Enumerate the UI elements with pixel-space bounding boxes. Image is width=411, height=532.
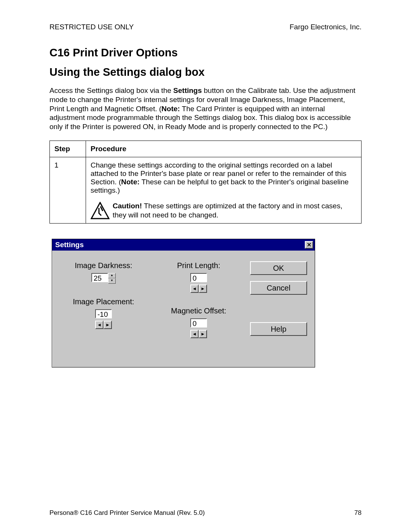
- cancel-button[interactable]: Cancel: [250, 281, 307, 295]
- magnetic-offset-left[interactable]: ◄: [190, 330, 199, 338]
- proc-note-bold: Note:: [121, 178, 140, 186]
- caution-icon: [91, 202, 110, 219]
- col-header-procedure: Procedure: [86, 141, 362, 157]
- ok-button[interactable]: OK: [250, 261, 307, 275]
- image-darkness-input[interactable]: 25: [91, 273, 108, 282]
- caution-bold: Caution!: [113, 202, 142, 210]
- image-placement-right[interactable]: ►: [104, 321, 112, 329]
- magnetic-offset-right[interactable]: ►: [199, 330, 207, 338]
- header-left: RESTRICTED USE ONLY: [49, 23, 134, 31]
- heading-1: C16 Print Driver Options: [49, 46, 362, 59]
- print-length-label: Print Length:: [155, 261, 242, 270]
- caution-text: These settings are optimized at the fact…: [113, 202, 342, 219]
- svg-marker-0: [91, 203, 109, 219]
- intro-note-bold: Note:: [161, 105, 180, 113]
- intro-settings-bold: Settings: [173, 86, 202, 94]
- image-darkness-up[interactable]: ▲: [108, 273, 116, 278]
- step-number: 1: [50, 157, 86, 224]
- procedure-table: Step Procedure 1 Change these settings a…: [49, 141, 362, 224]
- header-right: Fargo Electronics, Inc.: [290, 23, 362, 31]
- intro-text-1: Access the Settings dialog box via the: [49, 86, 173, 94]
- title-bar: Settings ✕: [52, 239, 315, 251]
- close-button[interactable]: ✕: [305, 241, 313, 249]
- print-length-left[interactable]: ◄: [190, 284, 199, 293]
- magnetic-offset-input[interactable]: 0: [190, 318, 207, 328]
- image-placement-left[interactable]: ◄: [95, 321, 104, 329]
- col-header-step: Step: [50, 141, 86, 157]
- image-darkness-label: Image Darkness:: [60, 261, 147, 270]
- heading-2: Using the Settings dialog box: [49, 66, 362, 78]
- footer-page-number: 78: [354, 509, 362, 517]
- help-button[interactable]: Help: [250, 322, 307, 336]
- table-row: 1 Change these settings according to the…: [50, 157, 362, 224]
- dialog-title: Settings: [54, 241, 84, 249]
- image-darkness-down[interactable]: ▼: [108, 278, 116, 284]
- magnetic-offset-label: Magnetic Offset:: [155, 307, 242, 315]
- settings-dialog: Settings ✕ Image Darkness: 25 ▲ ▼ I: [52, 239, 315, 367]
- image-placement-label: Image Placement:: [60, 297, 147, 306]
- print-length-input[interactable]: 0: [190, 273, 207, 282]
- print-length-right[interactable]: ►: [199, 284, 207, 293]
- footer-left: Persona® C16 Card Printer Service Manual…: [49, 509, 205, 517]
- image-placement-input[interactable]: -10: [95, 309, 112, 318]
- intro-paragraph: Access the Settings dialog box via the S…: [49, 86, 362, 131]
- procedure-cell: Change these settings according to the o…: [86, 157, 362, 224]
